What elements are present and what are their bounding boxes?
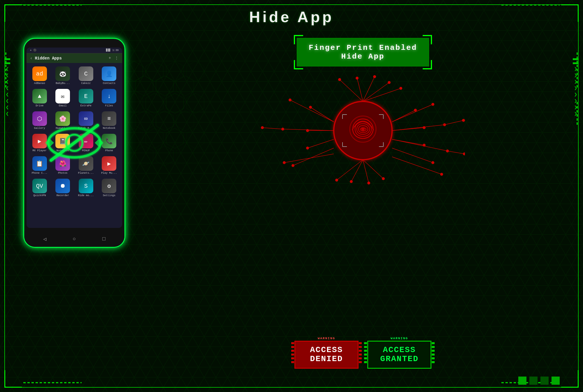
right-chevron-2: ❯	[574, 73, 577, 78]
list-item[interactable]: CCakezz	[75, 65, 97, 87]
fp-title-line2: Hide App	[309, 52, 417, 61]
svg-line-27	[392, 104, 433, 122]
list-item[interactable]: ≡Notebook	[98, 110, 121, 131]
chevron-2: ❮	[6, 73, 9, 78]
svg-point-46	[309, 106, 312, 109]
list-item[interactable]: 🪐Planets...	[75, 154, 97, 176]
nav-back[interactable]: ◁	[43, 236, 46, 242]
svg-line-45	[310, 107, 334, 122]
granted-warning-label: WARNING	[391, 337, 408, 340]
svg-line-61	[351, 160, 363, 182]
bottom-squares	[518, 377, 560, 385]
list-item[interactable]: ⏺Recorder	[52, 177, 74, 199]
list-item[interactable]: EExtraPe	[75, 87, 97, 109]
corner-top-left	[4, 4, 22, 22]
right-chevron-3: ❯	[574, 79, 577, 85]
apps-grid: adAdBanao🐼BabyBu...CCakezz👤Contacts▲Driv…	[27, 63, 122, 201]
list-item[interactable]: 🐼BabyBu...	[52, 65, 74, 87]
svg-line-21	[363, 88, 401, 101]
left-decoration: ❮ ❮ ❮ ❮ ❮ ❮ ❮ ❮	[4, 58, 10, 117]
square-3	[540, 377, 549, 385]
svg-point-64	[367, 182, 370, 184]
svg-line-63	[363, 160, 369, 183]
list-item[interactable]: ↓Files	[98, 87, 121, 109]
chevron-1: ❮	[6, 66, 9, 72]
app-title: Hidden Apps	[35, 56, 106, 61]
svg-line-67	[337, 160, 363, 180]
list-item[interactable]: ✉Email	[52, 87, 74, 109]
svg-point-20	[388, 81, 391, 84]
side-rect-1	[4, 58, 10, 60]
list-item[interactable]: ⬡Gallery	[28, 110, 51, 131]
svg-line-47	[290, 100, 334, 122]
svg-line-23	[340, 80, 363, 101]
svg-line-59	[262, 128, 283, 129]
svg-line-65	[363, 160, 383, 179]
granted-left-strip	[364, 340, 367, 363]
list-item[interactable]: ✏PENUP	[75, 132, 97, 154]
svg-point-24	[338, 78, 341, 81]
denied-warning-label: WARNING	[318, 337, 335, 340]
status-left: ✈ ⚫	[30, 49, 36, 52]
list-item[interactable]: adAdBanao	[28, 65, 51, 87]
list-item[interactable]: ▶MX Player	[28, 132, 51, 154]
phone-nav: ◁ ○ □	[24, 231, 124, 247]
right-chevron-5: ❯	[574, 92, 577, 97]
chevron-8: ❮	[6, 111, 9, 117]
right-chevrons: ❯ ❯ ❯ ❯ ❯ ❯ ❯ ❯	[574, 66, 577, 117]
svg-point-68	[335, 179, 338, 182]
status-right: ▋▋▋ 1:39	[106, 49, 119, 52]
list-item[interactable]: ∞Kotak B...	[75, 110, 97, 131]
list-item[interactable]: 👤Contacts	[98, 65, 121, 87]
back-button[interactable]: ‹	[30, 56, 32, 61]
svg-line-55	[293, 148, 334, 166]
list-item[interactable]: SRide mo...	[75, 177, 97, 199]
chevron-6: ❮	[6, 99, 9, 104]
right-chevron-8: ❯	[574, 111, 577, 117]
granted-line2: GRANTED	[374, 355, 425, 364]
square-1	[518, 377, 526, 385]
phone-screen: ✈ ⚫ ▋▋▋ 1:39 ‹ Hidden Apps + ⋮ adAdBanao…	[27, 48, 122, 228]
svg-point-66	[382, 177, 385, 180]
box-corner-tl	[294, 35, 303, 44]
fingerprint-icon	[344, 110, 382, 151]
right-chevron-6: ❯	[574, 99, 577, 104]
svg-line-37	[392, 148, 433, 163]
svg-point-54	[306, 147, 309, 150]
bottom-strip-left	[23, 382, 82, 383]
fp-text-container: Finger Print Enabled Hide App	[287, 38, 439, 66]
nav-home[interactable]: ○	[73, 236, 76, 242]
side-rect-2	[4, 62, 10, 64]
phone-outer: ✈ ⚫ ▋▋▋ 1:39 ‹ Hidden Apps + ⋮ adAdBanao…	[23, 38, 125, 248]
right-rect-1	[573, 58, 579, 60]
denied-left-strip	[291, 340, 294, 363]
list-item[interactable]: ▲Drive	[28, 87, 51, 109]
list-item[interactable]: ⚙Settings	[98, 177, 121, 199]
add-icon[interactable]: +	[109, 56, 111, 61]
list-item[interactable]: 📋Phone C...	[28, 154, 51, 176]
phone-header: ‹ Hidden Apps + ⋮	[27, 53, 122, 63]
fp-title-line1: Finger Print Enabled	[309, 43, 417, 52]
svg-line-43	[447, 151, 464, 154]
list-item[interactable]: 🌸Huawei...	[52, 110, 74, 131]
list-item[interactable]: 📞Phone	[98, 132, 121, 154]
svg-point-30	[423, 126, 426, 129]
page-title: Hide App	[249, 8, 334, 26]
svg-point-69	[361, 127, 365, 131]
list-item[interactable]: 🌺Photos	[52, 154, 74, 176]
svg-line-35	[392, 139, 447, 151]
denied-box: ACCESS DENIED	[294, 341, 359, 369]
access-denied-badge: WARNING ACCESS DENIED	[294, 341, 359, 369]
svg-line-17	[363, 77, 375, 101]
list-item[interactable]: QVQuickVPN	[28, 177, 51, 199]
svg-marker-5	[122, 58, 140, 78]
svg-point-18	[373, 75, 376, 78]
badges-row: WARNING ACCESS DENIED WARNING ACCESS GRA…	[160, 341, 566, 369]
nav-recent[interactable]: □	[102, 236, 106, 242]
svg-point-42	[462, 119, 465, 122]
list-item[interactable]: 📓Notebook	[52, 132, 74, 154]
more-icon[interactable]: ⋮	[115, 56, 119, 61]
box-corner-bl	[294, 60, 303, 69]
list-item[interactable]: ▶Play Mu...	[98, 154, 121, 176]
access-granted-badge: WARNING ACCESS GRANTED	[367, 341, 431, 369]
